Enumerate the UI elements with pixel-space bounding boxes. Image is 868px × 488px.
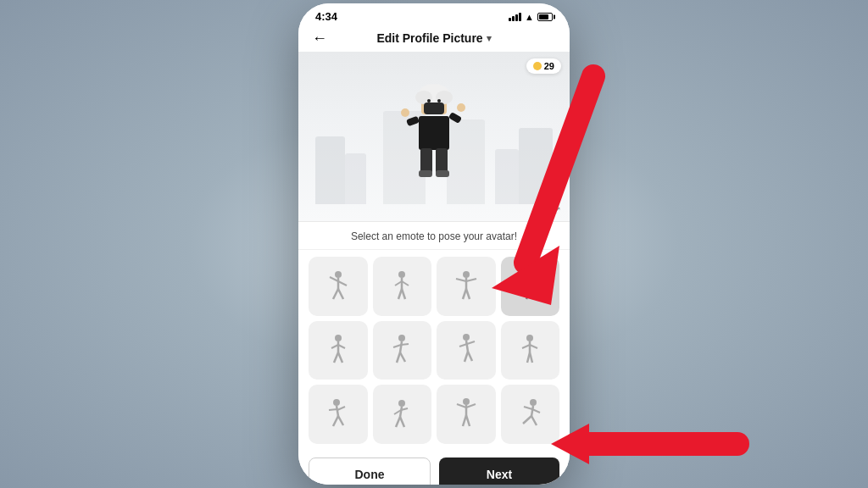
avatar-character xyxy=(400,82,468,196)
expand-icon[interactable]: ⤢ xyxy=(553,204,561,216)
header-title: Edit Profile Picture ▾ xyxy=(376,31,491,45)
svg-point-14 xyxy=(401,108,409,117)
svg-line-24 xyxy=(333,289,338,299)
emote-item-7[interactable] xyxy=(437,321,496,380)
status-bar: 4:34 ▲ xyxy=(298,3,570,26)
svg-rect-18 xyxy=(419,170,432,177)
svg-line-51 xyxy=(400,341,402,352)
svg-line-60 xyxy=(465,352,468,362)
svg-line-52 xyxy=(393,345,401,347)
status-time: 4:34 xyxy=(315,10,337,23)
svg-line-37 xyxy=(466,289,470,299)
svg-line-75 xyxy=(400,407,402,417)
dropdown-icon[interactable]: ▾ xyxy=(487,33,492,44)
emote-hint: Select an emote to pose your avatar! xyxy=(298,222,570,250)
svg-line-43 xyxy=(530,289,533,299)
emote-item-6[interactable] xyxy=(373,321,432,380)
action-buttons: Done Next xyxy=(298,451,570,485)
svg-line-23 xyxy=(338,281,347,286)
svg-line-22 xyxy=(330,277,338,281)
phone-frame: 4:34 ▲ ← Edit Profile Picture ▾ xyxy=(298,3,570,485)
svg-rect-17 xyxy=(436,148,448,174)
svg-line-59 xyxy=(467,341,475,344)
emote-item-11[interactable] xyxy=(437,385,496,444)
svg-line-69 xyxy=(337,406,338,416)
emote-hint-text: Select an emote to pose your avatar! xyxy=(351,230,517,242)
svg-line-88 xyxy=(524,407,532,409)
emote-item-12[interactable] xyxy=(501,385,560,444)
svg-line-65 xyxy=(530,345,537,348)
header: ← Edit Profile Picture ▾ xyxy=(298,26,570,52)
svg-line-85 xyxy=(466,415,470,426)
svg-point-20 xyxy=(335,271,342,278)
avatar-svg xyxy=(400,82,468,192)
svg-line-67 xyxy=(530,352,532,363)
svg-point-74 xyxy=(398,400,405,407)
status-icons: ▲ xyxy=(509,12,553,22)
svg-line-72 xyxy=(333,416,338,426)
svg-rect-11 xyxy=(419,116,449,150)
svg-line-25 xyxy=(338,289,343,299)
signal-icon xyxy=(509,13,521,21)
emote-item-1[interactable] xyxy=(309,257,368,316)
svg-line-90 xyxy=(523,416,531,424)
emote-item-9[interactable] xyxy=(309,385,368,444)
svg-line-53 xyxy=(401,344,409,345)
svg-line-34 xyxy=(456,279,466,281)
svg-point-56 xyxy=(463,334,470,341)
svg-line-70 xyxy=(329,409,337,410)
emote-item-3[interactable] xyxy=(437,257,496,316)
emote-item-2[interactable] xyxy=(373,257,432,316)
svg-point-10 xyxy=(437,99,441,103)
svg-rect-16 xyxy=(420,148,432,174)
svg-point-50 xyxy=(398,335,405,341)
svg-rect-8 xyxy=(424,103,444,114)
svg-point-62 xyxy=(526,335,533,341)
svg-line-48 xyxy=(334,352,338,363)
svg-line-58 xyxy=(459,344,467,347)
header-title-text: Edit Profile Picture xyxy=(376,31,482,45)
svg-line-91 xyxy=(531,416,537,425)
wifi-icon: ▲ xyxy=(525,12,534,22)
svg-line-87 xyxy=(531,406,533,416)
svg-line-49 xyxy=(338,352,342,363)
back-button[interactable]: ← xyxy=(312,30,327,47)
svg-line-71 xyxy=(337,407,345,410)
emote-item-5[interactable] xyxy=(309,321,368,380)
svg-line-78 xyxy=(396,417,400,427)
coin-count: 29 xyxy=(544,61,554,71)
svg-line-35 xyxy=(466,279,476,281)
avatar-scene: 29 xyxy=(298,52,570,221)
emote-grid xyxy=(298,250,570,451)
svg-point-9 xyxy=(427,99,431,103)
coin-icon xyxy=(533,62,542,70)
svg-rect-13 xyxy=(448,112,462,124)
emote-item-8[interactable] xyxy=(501,321,560,380)
svg-line-55 xyxy=(400,352,405,362)
right-arrow-indicator xyxy=(551,424,737,464)
emote-item-10[interactable] xyxy=(373,385,432,444)
svg-point-32 xyxy=(463,271,470,278)
svg-point-15 xyxy=(457,103,465,112)
coin-badge: 29 xyxy=(526,58,561,74)
svg-line-79 xyxy=(400,417,404,427)
svg-point-80 xyxy=(463,398,470,405)
svg-rect-12 xyxy=(406,116,420,126)
svg-point-26 xyxy=(398,271,405,278)
svg-rect-19 xyxy=(436,170,449,177)
svg-line-61 xyxy=(468,352,472,361)
done-button[interactable]: Done xyxy=(309,458,431,485)
next-button[interactable]: Next xyxy=(439,458,559,485)
svg-point-86 xyxy=(530,399,537,406)
svg-line-73 xyxy=(338,416,343,425)
svg-line-64 xyxy=(522,345,530,348)
svg-line-89 xyxy=(532,409,540,413)
svg-point-68 xyxy=(333,399,340,406)
battery-icon xyxy=(537,13,553,21)
bottom-panel: Select an emote to pose your avatar! xyxy=(298,221,570,485)
svg-point-38 xyxy=(526,271,533,278)
emote-item-4[interactable] xyxy=(501,257,560,316)
svg-line-57 xyxy=(466,341,468,352)
svg-line-31 xyxy=(402,289,405,299)
svg-point-44 xyxy=(335,335,342,341)
